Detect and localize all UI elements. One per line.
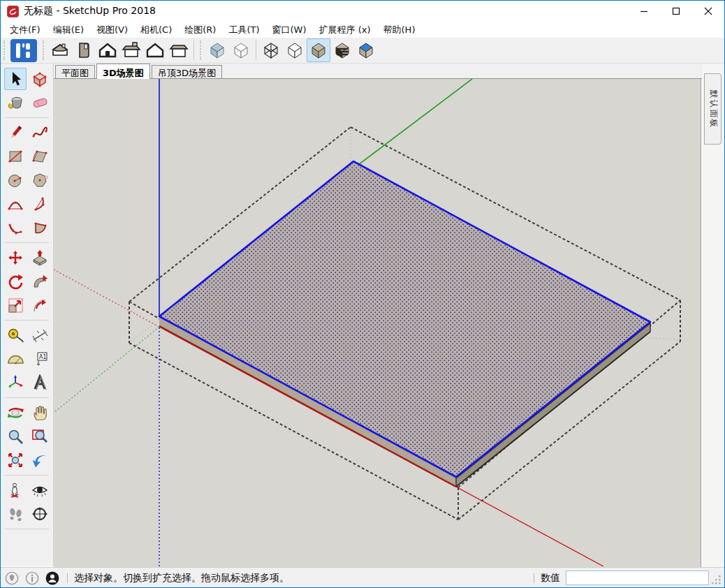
svg-text:A1: A1 <box>39 354 47 360</box>
resize-grip[interactable] <box>712 575 722 585</box>
toolbar-grip[interactable] <box>3 41 6 60</box>
zoom-tool[interactable] <box>4 425 27 448</box>
menu-bar: 文件(F) 编辑(E) 视图(V) 相机(C) 绘图(R) 工具(T) 窗口(W… <box>1 22 724 38</box>
palette-separator <box>5 397 49 398</box>
compass-tool[interactable] <box>29 503 51 525</box>
x-ray-style-button[interactable] <box>205 38 229 62</box>
menu-camera[interactable]: 相机(C) <box>134 22 178 38</box>
measurement-label: 数值 <box>541 572 560 585</box>
menu-draw[interactable]: 绘图(R) <box>178 22 222 38</box>
sketchup-logo-icon <box>7 6 19 17</box>
right-tray: 默认面板 <box>702 64 725 567</box>
axes-tool[interactable] <box>4 372 27 394</box>
tool-palette: A1 <box>1 64 54 566</box>
scene-tabs: 平面图 3D场景图 吊顶3D场景图 <box>54 64 702 79</box>
pan-tool[interactable] <box>29 402 51 424</box>
move-tool[interactable] <box>4 247 27 269</box>
eraser-tool[interactable] <box>29 91 51 114</box>
sketchup-window: 无标题 - SketchUp Pro 2018 文件(F) 编辑(E) 视图(V… <box>0 0 725 588</box>
rectangle-tool[interactable] <box>4 145 27 168</box>
palette-separator <box>5 529 49 529</box>
walk-tool[interactable] <box>4 503 27 525</box>
scene-tab-plan[interactable]: 平面图 <box>55 65 95 78</box>
scene-tab-3d[interactable]: 3D场景图 <box>96 64 150 79</box>
default-tray-tab[interactable]: 默认面板 <box>704 73 722 145</box>
palette-separator <box>5 117 49 118</box>
menu-window[interactable]: 窗口(W) <box>266 22 313 38</box>
polygon-tool[interactable] <box>29 169 51 191</box>
toolbar-separator <box>256 41 256 60</box>
measurement-input[interactable] <box>566 571 709 585</box>
plugin-launcher-button[interactable] <box>10 39 37 62</box>
back-view-button[interactable] <box>143 38 167 62</box>
palette-separator <box>5 242 49 243</box>
status-bar: 选择对象。切换到扩充选择。拖动鼠标选择多项。 数值 <box>1 567 724 588</box>
text-tool[interactable]: A1 <box>29 348 51 370</box>
select-tool[interactable] <box>4 68 27 90</box>
monochrome-style-button[interactable] <box>354 38 378 62</box>
status-separator <box>67 573 68 583</box>
previous-view-tool[interactable] <box>29 449 51 471</box>
slab-top-face-selected[interactable] <box>159 161 650 477</box>
iso-view-button[interactable] <box>48 38 72 62</box>
tape-measure-tool[interactable] <box>4 324 27 346</box>
close-button[interactable] <box>692 1 724 22</box>
protractor-tool[interactable] <box>4 348 27 370</box>
push-pull-tool[interactable] <box>29 247 51 269</box>
arc-tool[interactable] <box>4 193 27 215</box>
line-tool[interactable] <box>4 122 27 144</box>
geolocation-icon[interactable] <box>5 571 19 585</box>
pie-tool[interactable] <box>29 216 51 239</box>
hidden-line-style-button[interactable] <box>283 38 307 62</box>
follow-me-tool[interactable] <box>29 270 51 293</box>
sign-in-icon[interactable] <box>45 571 59 585</box>
status-hint: 选择对象。切换到扩充选择。拖动鼠标选择多项。 <box>74 572 289 585</box>
maximize-button[interactable] <box>660 1 692 22</box>
menu-file[interactable]: 文件(F) <box>3 22 47 38</box>
circle-tool[interactable] <box>4 169 27 191</box>
three-point-arc-tool[interactable] <box>4 216 27 239</box>
3d-text-tool[interactable] <box>29 372 51 394</box>
rotated-rectangle-tool[interactable] <box>29 145 51 168</box>
shaded-with-textures-style-button[interactable] <box>330 38 354 62</box>
left-view-button[interactable] <box>167 38 191 62</box>
back-edges-style-button[interactable] <box>229 38 253 62</box>
main-toolbar <box>1 38 724 64</box>
dimension-tool[interactable] <box>29 324 51 346</box>
zoom-extents-tool[interactable] <box>4 449 27 471</box>
credits-icon[interactable] <box>25 571 39 585</box>
make-component-tool[interactable] <box>29 68 51 90</box>
scale-tool[interactable] <box>4 294 27 316</box>
title-bar: 无标题 - SketchUp Pro 2018 <box>1 1 724 22</box>
two-point-arc-tool[interactable] <box>29 193 51 215</box>
scene-tab-ceiling-3d[interactable]: 吊顶3D场景图 <box>152 65 222 78</box>
rotate-tool[interactable] <box>4 270 27 293</box>
model-viewport[interactable] <box>54 79 701 567</box>
minimize-button[interactable] <box>628 1 660 22</box>
palette-separator <box>5 475 49 476</box>
menu-view[interactable]: 视图(V) <box>90 22 134 38</box>
position-camera-tool[interactable] <box>4 479 27 501</box>
menu-help[interactable]: 帮助(H) <box>377 22 422 38</box>
freehand-tool[interactable] <box>29 122 51 144</box>
offset-tool[interactable] <box>29 294 51 316</box>
model-scene <box>54 79 701 566</box>
menu-tools[interactable]: 工具(T) <box>222 22 265 38</box>
green-axis <box>356 79 472 167</box>
zoom-window-tool[interactable] <box>29 425 51 448</box>
front-view-button[interactable] <box>96 38 119 62</box>
menu-extensions[interactable]: 扩展程序 (x) <box>313 22 377 38</box>
toolbar-grip[interactable] <box>200 41 203 60</box>
orbit-tool[interactable] <box>4 402 27 424</box>
right-view-button[interactable] <box>119 38 143 62</box>
green-axis-negative <box>54 327 159 413</box>
menu-edit[interactable]: 编辑(E) <box>47 22 90 38</box>
wireframe-style-button[interactable] <box>259 38 283 62</box>
toolbar-grip[interactable] <box>43 41 45 60</box>
look-around-tool[interactable] <box>29 479 51 501</box>
status-separator <box>534 573 534 583</box>
top-view-button[interactable] <box>72 38 96 62</box>
toolbar-separator <box>193 41 194 60</box>
paint-bucket-tool[interactable] <box>4 91 27 114</box>
shaded-style-button[interactable] <box>307 38 330 62</box>
